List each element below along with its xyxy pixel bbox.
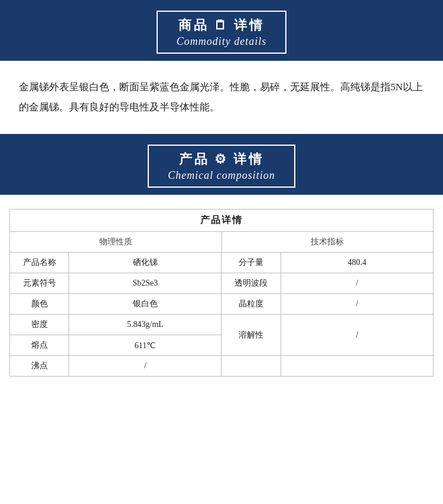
sub-technical-header: 技术指标: [222, 232, 434, 253]
banner-inner-box: 商品 🗒 详情 Commodity details: [157, 11, 287, 54]
table-sub-header-row: 物理性质 技术指标: [10, 232, 434, 253]
table-section: 产品详情 物理性质 技术指标 产品名称 硒化锑 分子量 480.4 元素符号 S…: [0, 195, 443, 395]
table-row: 产品名称 硒化锑 分子量 480.4: [10, 253, 434, 273]
description-section: 金属锑外表呈银白色，断面呈紫蓝色金属光泽。性脆，易碎，无延展性。高纯锑是指5N以…: [0, 61, 443, 134]
value-empty1: [281, 356, 433, 377]
label-mol-weight: 分子量: [222, 253, 281, 273]
table-row: 颜色 银白色 晶粒度 /: [10, 294, 434, 315]
label-melting-point: 熔点: [10, 335, 69, 356]
label-element-symbol: 元素符号: [10, 273, 69, 294]
label-color: 颜色: [10, 294, 69, 315]
value-melting-point: 611℃: [69, 335, 222, 356]
value-color: 银白色: [69, 294, 222, 315]
product-data-table: 产品名称 硒化锑 分子量 480.4 元素符号 Sb2Se3 透明波段 / 颜色…: [9, 252, 434, 377]
label-density: 密度: [10, 315, 69, 335]
value-grain-size: /: [281, 294, 433, 315]
label-product-name: 产品名称: [10, 253, 69, 273]
label-grain-size: 晶粒度: [222, 294, 281, 315]
banner2-cn-title: 产品 ⚙ 详情: [179, 150, 264, 168]
banner2-en-title: Chemical composition: [168, 169, 275, 182]
banner1-cn-title: 商品 🗒 详情: [178, 17, 265, 34]
label-solubility: 溶解性: [222, 315, 281, 356]
banner2-inner-box: 产品 ⚙ 详情 Chemical composition: [148, 145, 295, 188]
chemical-banner: 产品 ⚙ 详情 Chemical composition: [0, 134, 443, 195]
table-row: 密度 5.843g/mL 溶解性 /: [10, 315, 434, 335]
commodity-banner: 商品 🗒 详情 Commodity details: [0, 0, 443, 61]
banner2-cn-suffix: 详情: [233, 150, 264, 168]
value-transparent-band: /: [281, 273, 433, 294]
value-density: 5.843g/mL: [69, 315, 222, 335]
table-main-header-row: 产品详情: [10, 210, 434, 232]
label-transparent-band: 透明波段: [222, 273, 281, 294]
label-empty1: [222, 356, 281, 377]
banner1-cn-prefix: 商品: [178, 17, 209, 34]
product-table: 产品详情 物理性质 技术指标: [9, 209, 434, 253]
table-row: 元素符号 Sb2Se3 透明波段 /: [10, 273, 434, 294]
value-solubility: /: [281, 315, 433, 356]
banner1-en-title: Commodity details: [177, 35, 267, 48]
table-main-header-cell: 产品详情: [10, 210, 434, 232]
banner2-cn-prefix: 产品: [179, 150, 210, 168]
doc-icon: 🗒: [214, 18, 229, 33]
description-text: 金属锑外表呈银白色，断面呈紫蓝色金属光泽。性脆，易碎，无延展性。高纯锑是指5N以…: [19, 81, 423, 113]
value-mol-weight: 480.4: [281, 253, 433, 273]
value-element-symbol: Sb2Se3: [69, 273, 222, 294]
banner1-cn-suffix: 详情: [234, 17, 265, 34]
label-boiling-point: 沸点: [10, 356, 69, 377]
sub-physical-header: 物理性质: [10, 232, 222, 253]
value-boiling-point: /: [69, 356, 222, 377]
value-product-name: 硒化锑: [69, 253, 222, 273]
chem-icon: ⚙: [214, 152, 229, 167]
table-row: 沸点 /: [10, 356, 434, 377]
